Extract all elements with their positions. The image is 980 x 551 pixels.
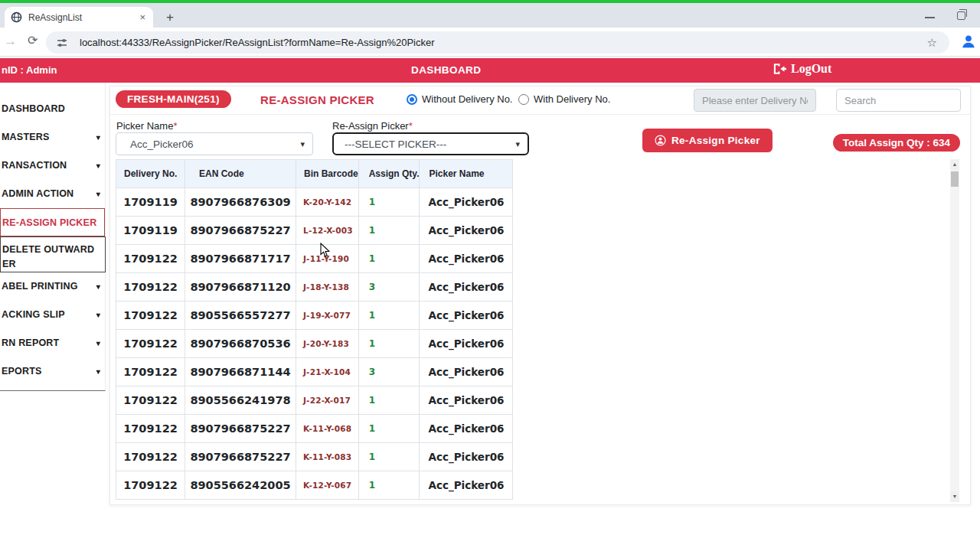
table-cell: 1 xyxy=(358,217,420,245)
sidebar-item-label: ABEL PRINTING xyxy=(2,281,78,292)
table-cell: 8907966871120 xyxy=(185,273,296,302)
sidebar-item-masters[interactable]: MASTERS▾ xyxy=(0,123,105,152)
browser-tab[interactable]: ReAssignList × xyxy=(5,7,153,28)
warehouse-badge: FRESH-MAIN(251) xyxy=(116,90,231,108)
profile-avatar-icon[interactable] xyxy=(960,33,977,50)
logout-icon xyxy=(773,63,786,75)
sidebar-item-label: EPORTS xyxy=(2,366,42,377)
assignments-table: Delivery No.EAN CodeBin BarcodeAssign Qt… xyxy=(116,159,513,500)
total-assign-qty-badge: Total Assign Qty : 634 xyxy=(833,134,960,152)
reload-icon[interactable]: ⟳ xyxy=(28,33,38,47)
table-row[interactable]: 17091198907966875227L-12-X-0031Acc_Picke… xyxy=(116,217,513,245)
table-cell: Acc_Picker06 xyxy=(420,358,513,386)
sidebar-item-acking-slip[interactable]: ACKING SLIP▾ xyxy=(0,301,105,329)
radio-without-delivery[interactable]: Without Delivery No. xyxy=(407,93,512,105)
table-row[interactable]: 17091228905566557277J-19-X-0771Acc_Picke… xyxy=(116,302,513,330)
table-cell: J-19-X-077 xyxy=(296,302,359,330)
table-row[interactable]: 17091228905566241978J-22-X-0171Acc_Picke… xyxy=(116,386,513,415)
browser-toolbar: → ⟳ localhost:44333/ReAssignPicker/ReAss… xyxy=(0,28,980,57)
sidebar-item-abel-printing[interactable]: ABEL PRINTING▾ xyxy=(0,272,105,301)
table-cell: Acc_Picker06 xyxy=(420,188,513,217)
chevron-down-icon: ▾ xyxy=(96,180,100,208)
sidebar-item-eports[interactable]: EPORTS▾ xyxy=(0,357,105,386)
sidebar-item-dashboard[interactable]: DASHBOARD xyxy=(0,95,105,123)
site-settings-icon[interactable] xyxy=(57,37,67,48)
picker-name-label: Picker Name* xyxy=(116,120,177,132)
window-minimize-button[interactable] xyxy=(925,17,935,18)
table-cell: 8907966875227 xyxy=(185,443,296,471)
table-cell: 1709119 xyxy=(116,217,185,245)
table-cell: 8907966876309 xyxy=(185,188,296,217)
table-cell: Acc_Picker06 xyxy=(420,330,513,358)
table-cell: Acc_Picker06 xyxy=(420,415,513,443)
table-scrollbar[interactable]: ▲ ▼ xyxy=(950,159,959,502)
column-header: Delivery No. xyxy=(116,160,185,188)
new-tab-button[interactable]: + xyxy=(162,10,178,25)
tab-title: ReAssignList xyxy=(28,12,138,23)
table-cell: Acc_Picker06 xyxy=(420,245,513,273)
sidebar-item-delete-outward-er[interactable]: DELETE OUTWARD ER xyxy=(0,236,106,272)
table-row[interactable]: 17091228907966871144J-21-X-1043Acc_Picke… xyxy=(116,358,513,386)
radio-selected-icon[interactable] xyxy=(407,94,417,105)
column-header: Assign Qty. xyxy=(358,160,420,188)
table-cell: 1709122 xyxy=(116,273,185,302)
logout-button[interactable]: LogOut xyxy=(773,62,831,76)
search-input[interactable] xyxy=(836,89,961,112)
table-cell: 8905566242005 xyxy=(185,471,296,500)
table-cell: K-20-Y-142 xyxy=(296,188,359,217)
sidebar-menu: DASHBOARDMASTERS▾RANSACTION▾ADMIN ACTION… xyxy=(0,83,106,391)
reassign-picker-select[interactable]: ---SELECT PICKER--- ▾ xyxy=(332,132,529,155)
table-cell: 3 xyxy=(358,273,420,302)
table-cell: 1709122 xyxy=(116,386,185,415)
table-row[interactable]: 17091228907966875227K-11-Y-0831Acc_Picke… xyxy=(116,443,513,471)
scroll-down-icon[interactable]: ▼ xyxy=(950,491,959,502)
table-row[interactable]: 17091228907966871717J-11-Y-1901Acc_Picke… xyxy=(116,245,513,273)
table-cell: 1 xyxy=(358,471,420,500)
table-cell: 1 xyxy=(358,415,420,443)
picker-name-select[interactable]: Acc_Picker06 ▾ xyxy=(116,132,313,155)
radio-unselected-icon[interactable] xyxy=(518,94,529,105)
table-cell: Acc_Picker06 xyxy=(420,302,513,330)
sidebar-item-rn-report[interactable]: RN REPORT▾ xyxy=(0,329,105,357)
table-row[interactable]: 17091228907966875227K-11-Y-0681Acc_Picke… xyxy=(116,415,513,443)
table-cell: 1 xyxy=(358,386,420,415)
scroll-up-icon[interactable]: ▲ xyxy=(950,159,959,170)
table-cell: 1 xyxy=(358,443,420,471)
column-header: EAN Code xyxy=(185,160,296,188)
forward-icon[interactable]: → xyxy=(4,34,17,49)
user-circle-icon xyxy=(655,135,666,146)
sidebar-item-admin-action[interactable]: ADMIN ACTION▾ xyxy=(0,180,105,208)
table-row[interactable]: 17091198907966876309K-20-Y-1421Acc_Picke… xyxy=(116,188,513,217)
table-cell: 8905566557277 xyxy=(185,302,296,330)
close-tab-icon[interactable]: × xyxy=(138,11,147,23)
address-bar[interactable]: localhost:44333/ReAssignPicker/ReAssignL… xyxy=(46,31,949,54)
chevron-down-icon: ▾ xyxy=(96,152,100,180)
scrollbar-thumb[interactable] xyxy=(951,171,959,187)
logged-in-user-label: nID : Admin xyxy=(2,64,57,76)
mouse-cursor xyxy=(320,243,331,258)
reassign-picker-value: ---SELECT PICKER--- xyxy=(345,139,446,150)
window-restore-button[interactable] xyxy=(957,11,965,20)
globe-favicon-icon xyxy=(11,11,22,23)
url-text[interactable]: localhost:44333/ReAssignPicker/ReAssignL… xyxy=(80,37,927,48)
reassign-picker-label: Re-Assign Picker* xyxy=(332,120,413,132)
bookmark-star-icon[interactable]: ☆ xyxy=(927,36,937,50)
table-cell: J-21-X-104 xyxy=(296,358,359,386)
table-cell: K-12-Y-067 xyxy=(296,471,359,500)
sidebar-item-re-assign-picker[interactable]: RE-ASSIGN PICKER xyxy=(0,208,105,236)
sidebar-item-label: DASHBOARD xyxy=(2,103,65,114)
navbar-dashboard-link[interactable]: DASHBOARD xyxy=(411,64,481,76)
table-header-row: Delivery No.EAN CodeBin BarcodeAssign Qt… xyxy=(116,160,513,188)
sidebar-item-label: RE-ASSIGN PICKER xyxy=(2,217,96,228)
table-row[interactable]: 17091228907966871120J-18-Y-1383Acc_Picke… xyxy=(116,273,513,302)
sidebar-item-label: RANSACTION xyxy=(2,160,67,171)
radio-with-delivery[interactable]: With Delivery No. xyxy=(518,93,610,105)
table-cell: 1709122 xyxy=(116,443,185,471)
table-cell: J-22-X-017 xyxy=(296,386,359,415)
table-row[interactable]: 17091228905566242005K-12-Y-0671Acc_Picke… xyxy=(116,471,513,500)
table-cell: L-12-X-003 xyxy=(296,217,359,245)
sidebar-item-ransaction[interactable]: RANSACTION▾ xyxy=(0,152,105,180)
reassign-picker-button[interactable]: Re-Assign Picker xyxy=(642,129,773,152)
main-content-card: FRESH-MAIN(251) RE-ASSIGN PICKER Without… xyxy=(109,86,971,505)
table-row[interactable]: 17091228907966870536J-20-Y-1831Acc_Picke… xyxy=(116,330,513,358)
